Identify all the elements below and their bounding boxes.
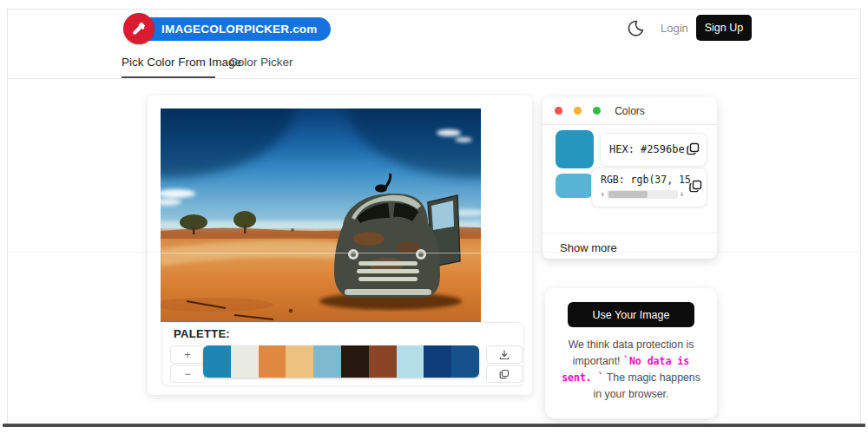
copy-icon xyxy=(499,369,510,379)
eyedropper-icon xyxy=(131,21,147,36)
scroll-left-arrow[interactable]: ‹ xyxy=(599,189,607,200)
hex-copy-button[interactable] xyxy=(687,142,700,155)
logo-pill[interactable]: IMAGECOLORPICKER.com xyxy=(139,17,331,41)
palette-swatch[interactable] xyxy=(231,345,259,378)
hex-value-box: HEX: #2596be xyxy=(600,133,707,167)
rgb-copy-button[interactable] xyxy=(689,180,702,193)
nav-divider xyxy=(8,78,859,79)
signup-button[interactable]: Sign Up xyxy=(696,15,752,41)
tab-pick-color-from-image[interactable]: Pick Color From Image xyxy=(122,56,241,69)
logo-text: IMAGECOLORPICKER.com xyxy=(161,23,318,36)
palette-copy-button[interactable] xyxy=(486,365,523,383)
palette-label: PALETTE: xyxy=(174,327,230,340)
use-your-image-label: Use Your Image xyxy=(593,309,670,321)
palette-swatches xyxy=(203,345,479,378)
palette-swatch[interactable] xyxy=(424,345,451,378)
palette-swatch[interactable] xyxy=(451,345,479,378)
rgb-value: RGB: rgb(37, 150, 190) xyxy=(601,174,691,186)
palette-add-button[interactable]: + xyxy=(170,345,205,364)
hex-value: HEX: #2596be xyxy=(609,143,685,155)
rgb-value-box: RGB: rgb(37, 150, 190) ‹ › xyxy=(591,168,707,207)
tab-color-picker[interactable]: Color Picker xyxy=(229,56,293,69)
active-tab-underline xyxy=(122,76,215,78)
scrollbar-track[interactable] xyxy=(607,190,678,199)
dark-mode-toggle[interactable] xyxy=(625,18,646,39)
scroll-right-arrow[interactable]: › xyxy=(678,189,686,200)
bottom-frame-bar xyxy=(3,424,865,427)
privacy-text-after: The magic happens in your browser. xyxy=(594,372,700,400)
rgb-scrollbar[interactable]: ‹ › xyxy=(599,189,686,200)
privacy-text: We think data protection is important! `… xyxy=(557,337,705,403)
palette-download-button[interactable] xyxy=(486,345,523,364)
palette-swatch[interactable] xyxy=(397,345,424,378)
copy-icon xyxy=(687,142,700,155)
palette-swatch[interactable] xyxy=(203,345,231,378)
scrollbar-thumb[interactable] xyxy=(608,191,648,198)
use-your-image-button[interactable]: Use Your Image xyxy=(568,302,694,327)
logo-badge[interactable] xyxy=(123,13,155,44)
palette-remove-button[interactable]: − xyxy=(170,365,205,383)
show-more-link[interactable]: Show more xyxy=(560,241,617,254)
login-link[interactable]: Login xyxy=(661,22,688,35)
copy-icon xyxy=(689,180,702,193)
hex-swatch[interactable] xyxy=(556,130,594,168)
palette-swatch[interactable] xyxy=(286,345,313,378)
palette-swatch[interactable] xyxy=(259,345,286,378)
rgb-swatch[interactable] xyxy=(556,174,594,198)
palette-swatch[interactable] xyxy=(341,345,369,378)
moon-icon xyxy=(625,18,646,39)
show-more-divider xyxy=(542,233,717,233)
colors-panel-header: Colors xyxy=(542,97,717,125)
download-icon xyxy=(499,350,510,360)
signup-label: Sign Up xyxy=(705,22,743,34)
palette-swatch[interactable] xyxy=(369,345,397,378)
palette-swatch[interactable] xyxy=(313,345,341,378)
source-photo[interactable] xyxy=(161,108,481,322)
colors-panel: Colors HEX: #2596be RGB: rgb(37, 150, 19… xyxy=(542,97,717,259)
colors-panel-title: Colors xyxy=(542,105,717,117)
